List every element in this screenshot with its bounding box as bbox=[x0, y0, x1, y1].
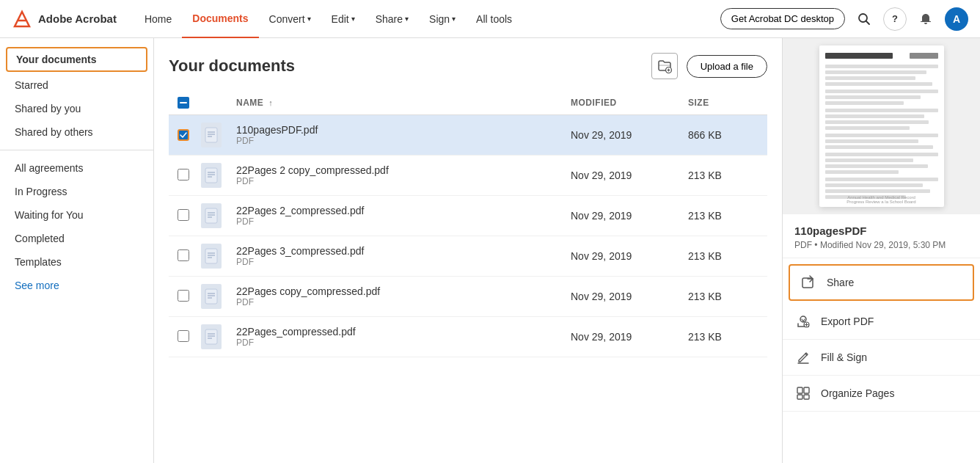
file-name: 22Pages 2 copy_compressed.pdf bbox=[236, 164, 553, 176]
sidebar-item-templates[interactable]: Templates bbox=[0, 250, 153, 274]
nav-all-tools[interactable]: All tools bbox=[466, 0, 522, 38]
help-icon: ? bbox=[892, 13, 898, 24]
app-logo[interactable]: Adobe Acrobat bbox=[12, 9, 117, 29]
file-info-type: PDF bbox=[794, 240, 812, 250]
row-check-cell bbox=[169, 115, 198, 156]
row-name-cell: 22Pages 3_compressed.pdf PDF bbox=[227, 236, 562, 277]
documents-area: Your documents Upload a file bbox=[154, 38, 782, 463]
pdf-file-icon bbox=[205, 248, 218, 264]
share-action-item[interactable]: Share bbox=[789, 264, 974, 301]
col-name-sort-icon: ↑ bbox=[268, 98, 273, 107]
export-pdf-action-item[interactable]: Export PDF bbox=[783, 304, 980, 340]
header-checkbox[interactable] bbox=[178, 97, 189, 109]
col-header-name[interactable]: NAME ↑ bbox=[227, 91, 562, 115]
nav-share-label: Share bbox=[376, 13, 403, 25]
nav-share-chevron: ▾ bbox=[405, 15, 409, 23]
sidebar-item-see-more[interactable]: See more bbox=[0, 274, 153, 297]
export-pdf-icon bbox=[796, 314, 811, 329]
row-name-cell: 110pagesPDF.pdf PDF bbox=[227, 115, 562, 156]
row-check-cell bbox=[169, 317, 198, 357]
nav-convert[interactable]: Convert ▾ bbox=[259, 0, 321, 38]
table-row[interactable]: 22Pages 2 copy_compressed.pdf PDF Nov 29… bbox=[169, 156, 767, 196]
file-type: PDF bbox=[236, 136, 553, 146]
app-logo-text: Adobe Acrobat bbox=[38, 12, 117, 25]
search-icon bbox=[858, 12, 871, 26]
organize-pages-action-item[interactable]: Organize Pages bbox=[783, 376, 980, 412]
file-type: PDF bbox=[236, 297, 553, 307]
file-name: 22Pages_compressed.pdf bbox=[236, 326, 553, 338]
table-header-row: NAME ↑ MODIFIED SIZE bbox=[169, 91, 767, 115]
fill-sign-action-label: Fill & Sign bbox=[821, 351, 867, 363]
row-size-cell: 213 KB bbox=[679, 277, 767, 317]
sidebar-item-your-documents[interactable]: Your documents bbox=[6, 47, 147, 72]
table-row[interactable]: 110pagesPDF.pdf PDF Nov 29, 2019 866 KB bbox=[169, 115, 767, 156]
documents-table: NAME ↑ MODIFIED SIZE bbox=[169, 91, 767, 357]
sidebar: Your documents Starred Shared by you Sha… bbox=[0, 38, 154, 463]
help-icon-button[interactable]: ? bbox=[883, 7, 907, 31]
table-body: 110pagesPDF.pdf PDF Nov 29, 2019 866 KB bbox=[169, 115, 767, 357]
row-1-checkbox[interactable] bbox=[178, 129, 189, 141]
row-3-checkbox[interactable] bbox=[178, 209, 189, 221]
nav-items: Home Documents Convert ▾ Edit ▾ Share ▾ … bbox=[134, 0, 720, 38]
row-thumb-cell bbox=[198, 317, 227, 357]
top-nav: Adobe Acrobat Home Documents Convert ▾ E… bbox=[0, 0, 980, 38]
upload-file-button[interactable]: Upload a file bbox=[687, 55, 767, 78]
sidebar-item-shared-by-others[interactable]: Shared by others bbox=[0, 120, 153, 144]
search-icon-button[interactable] bbox=[852, 7, 876, 31]
table-row[interactable]: 22Pages copy_compressed.pdf PDF Nov 29, … bbox=[169, 277, 767, 317]
row-5-checkbox[interactable] bbox=[178, 290, 189, 302]
file-info-modified-label: Modified bbox=[820, 240, 853, 250]
row-size-cell: 213 KB bbox=[679, 317, 767, 357]
nav-edit-label: Edit bbox=[332, 13, 349, 25]
row-2-checkbox[interactable] bbox=[178, 169, 189, 181]
organize-pages-action-icon bbox=[794, 384, 812, 402]
sidebar-item-starred[interactable]: Starred bbox=[0, 73, 153, 97]
nav-sign[interactable]: Sign ▾ bbox=[419, 0, 466, 38]
file-name: 22Pages 2_compressed.pdf bbox=[236, 205, 553, 216]
col-header-thumb bbox=[198, 91, 227, 115]
notifications-icon-button[interactable] bbox=[914, 7, 937, 31]
sidebar-item-in-progress-label: In Progress bbox=[15, 186, 67, 197]
sidebar-item-waiting-for-you[interactable]: Waiting for You bbox=[0, 203, 153, 227]
sidebar-item-completed[interactable]: Completed bbox=[0, 227, 153, 250]
fill-sign-action-icon bbox=[794, 349, 812, 366]
row-check-cell bbox=[169, 236, 198, 277]
get-desktop-button[interactable]: Get Acrobat DC desktop bbox=[720, 8, 845, 29]
nav-home[interactable]: Home bbox=[134, 0, 182, 38]
nav-convert-label: Convert bbox=[269, 13, 305, 25]
row-4-checkbox[interactable] bbox=[178, 249, 189, 261]
row-6-checkbox[interactable] bbox=[178, 330, 189, 342]
row-modified-cell: Nov 29, 2019 bbox=[562, 236, 679, 277]
nav-documents[interactable]: Documents bbox=[182, 0, 258, 38]
sidebar-item-all-agreements[interactable]: All agreements bbox=[0, 156, 153, 180]
row-modified-cell: Nov 29, 2019 bbox=[562, 156, 679, 196]
pdf-file-icon bbox=[205, 288, 218, 305]
svg-rect-13 bbox=[205, 168, 217, 183]
nav-share[interactable]: Share ▾ bbox=[365, 0, 419, 38]
folder-icon-button[interactable] bbox=[651, 53, 678, 79]
row-thumb-cell bbox=[198, 115, 227, 156]
file-thumbnail bbox=[201, 203, 222, 228]
row-thumb-cell bbox=[198, 277, 227, 317]
right-panel: Annual Health and Medical RecordProgress… bbox=[782, 38, 980, 463]
nav-edit[interactable]: Edit ▾ bbox=[321, 0, 365, 38]
svg-rect-40 bbox=[804, 395, 809, 399]
fill-sign-action-item[interactable]: Fill & Sign bbox=[783, 340, 980, 376]
table-row[interactable]: 22Pages 3_compressed.pdf PDF Nov 29, 201… bbox=[169, 236, 767, 277]
svg-rect-33 bbox=[802, 278, 813, 288]
file-type: PDF bbox=[236, 257, 553, 267]
sidebar-item-in-progress[interactable]: In Progress bbox=[0, 180, 153, 203]
col-header-size: SIZE bbox=[679, 91, 767, 115]
col-header-check bbox=[169, 91, 198, 115]
row-size-cell: 213 KB bbox=[679, 196, 767, 236]
table-row[interactable]: 22Pages 2_compressed.pdf PDF Nov 29, 201… bbox=[169, 196, 767, 236]
table-row[interactable]: 22Pages_compressed.pdf PDF Nov 29, 2019 … bbox=[169, 317, 767, 357]
user-avatar[interactable]: A bbox=[945, 7, 968, 31]
organize-pages-icon bbox=[796, 386, 811, 401]
page-title: Your documents bbox=[169, 56, 295, 76]
sidebar-item-shared-by-you[interactable]: Shared by you bbox=[0, 97, 153, 120]
col-header-modified: MODIFIED bbox=[562, 91, 679, 115]
file-thumbnail bbox=[201, 244, 222, 269]
nav-right: Get Acrobat DC desktop ? A bbox=[720, 7, 968, 31]
nav-edit-chevron: ▾ bbox=[351, 15, 355, 23]
